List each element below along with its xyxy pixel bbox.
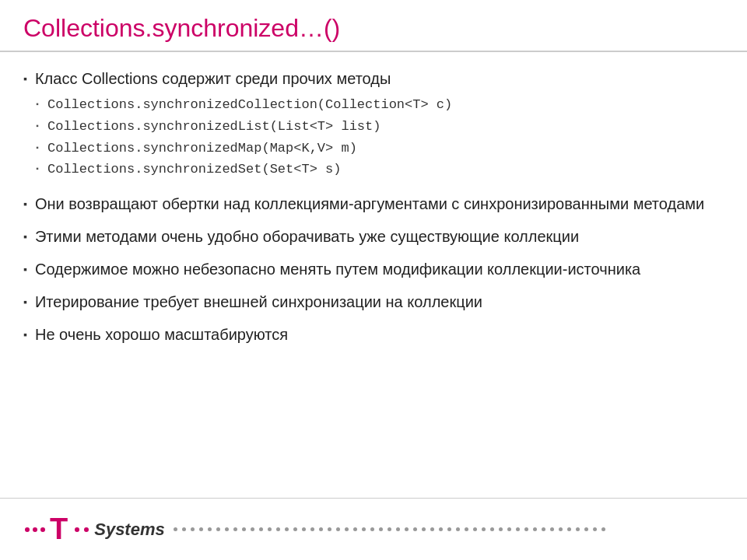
list-item: ▪ Они возвращают обертки над коллекциями… xyxy=(23,193,724,215)
sub-bullet-list: ▪ Collections.synchronizedCollection(Col… xyxy=(35,93,724,179)
sub-bullet-marker: ▪ xyxy=(35,100,40,110)
logo-dot-sm xyxy=(584,527,588,531)
logo-left-dots xyxy=(23,527,47,532)
logo-dot-sm xyxy=(310,527,314,531)
logo-dot-sm xyxy=(533,527,537,531)
bullet-text: Этими методами очень удобно оборачивать … xyxy=(35,226,724,247)
logo-dot-sm xyxy=(482,527,486,531)
logo-dot-sm xyxy=(550,527,554,531)
logo-dot-sm xyxy=(191,527,195,531)
t-systems-logo-text: Systems xyxy=(94,520,165,540)
bullet-text: Итерирование требует внешней синхронизац… xyxy=(35,291,724,313)
logo-dot-sm xyxy=(516,527,520,531)
list-item: ▪ Содержимое можно небезопасно менять пу… xyxy=(23,258,724,280)
list-item: ▪ Collections.synchronizedSet(Set<T> s) xyxy=(35,160,724,179)
bullet-text: Класс Collections содержит среди прочих … xyxy=(35,68,724,182)
logo-dot-sm xyxy=(601,527,605,531)
logo-dot-sm xyxy=(276,527,280,531)
logo-dot-sm xyxy=(559,527,563,531)
logo-trailing-dots xyxy=(171,527,608,531)
logo-dot-sm xyxy=(396,527,400,531)
logo-dot-sm xyxy=(524,527,528,531)
bullet-marker: ▪ xyxy=(23,295,27,310)
logo-dot-sm xyxy=(208,527,212,531)
logo-dot-sm xyxy=(328,527,331,531)
logo-dot-sm xyxy=(490,527,494,531)
logo-dot-sm xyxy=(259,527,263,531)
logo-dot-sm xyxy=(499,527,503,531)
list-item: ▪ Collections.synchronizedCollection(Col… xyxy=(35,96,724,114)
logo-dot-sm xyxy=(293,527,297,531)
sub-item-text: Collections.synchronizedCollection(Colle… xyxy=(47,96,452,114)
bullet-marker: ▪ xyxy=(23,327,27,343)
logo-dot-sm xyxy=(182,527,186,531)
logo-dot-sm xyxy=(542,527,545,531)
logo-dot-sm xyxy=(370,527,374,531)
list-item: ▪ Не очень хорошо масштабируются xyxy=(23,324,724,345)
logo-dot-sm xyxy=(362,527,366,531)
logo-dot-sm xyxy=(430,527,434,531)
logo-right-section: Systems xyxy=(72,520,608,540)
logo-dot-sm xyxy=(199,527,203,531)
logo-dot-sm xyxy=(465,527,468,531)
logo-dot-sm xyxy=(302,527,306,531)
logo-dot-sm xyxy=(242,527,246,531)
logo-dot-sm xyxy=(268,527,272,531)
logo-dot-sm xyxy=(567,527,571,531)
logo-dot-sm xyxy=(251,527,254,531)
slide-header: Collections.synchronized…() xyxy=(0,0,747,52)
main-bullet-list: ▪ Класс Collections содержит среди прочи… xyxy=(23,68,724,345)
logo-dot-sm xyxy=(473,527,477,531)
bullet-marker: ▪ xyxy=(23,197,27,212)
logo-dot-sm xyxy=(353,527,357,531)
logo-dot-sm xyxy=(379,527,383,531)
sub-item-text: Collections.synchronizedSet(Set<T> s) xyxy=(47,160,341,179)
logo-dot-sm xyxy=(447,527,451,531)
bullet-text: Содержимое можно небезопасно менять путе… xyxy=(35,258,724,280)
logo-dot-sm xyxy=(507,527,511,531)
logo-dot xyxy=(33,527,37,532)
logo-dot-sm xyxy=(285,527,289,531)
logo-dot xyxy=(75,527,79,532)
slide-footer: T Systems xyxy=(0,498,747,560)
slide-content: ▪ Класс Collections содержит среди прочи… xyxy=(0,60,747,498)
logo-dot-sm xyxy=(216,527,220,531)
logo-dot-sm xyxy=(336,527,340,531)
logo-dot-sm xyxy=(405,527,409,531)
logo-dot xyxy=(25,527,30,532)
logo-dot-sm xyxy=(422,527,426,531)
slide: Collections.synchronized…() ▪ Класс Coll… xyxy=(0,0,747,560)
t-systems-logo-t: T xyxy=(50,513,68,546)
list-item: ▪ Collections.synchronizedMap(Map<K,V> m… xyxy=(35,139,724,158)
list-item: ▪ Этими методами очень удобно оборачиват… xyxy=(23,226,724,247)
sub-item-text: Collections.synchronizedMap(Map<K,V> m) xyxy=(47,139,357,158)
bullet-marker: ▪ xyxy=(23,262,27,278)
sub-item-text: Collections.synchronizedList(List<T> lis… xyxy=(47,117,381,136)
bullet-text: Они возвращают обертки над коллекциями-а… xyxy=(35,193,724,215)
list-item: ▪ Класс Collections содержит среди прочи… xyxy=(23,68,724,182)
bullet-marker: ▪ xyxy=(23,229,27,245)
list-item: ▪ Итерирование требует внешней синхрониз… xyxy=(23,291,724,313)
bullet-text: Не очень хорошо масштабируются xyxy=(35,324,724,345)
logo-dot xyxy=(40,527,45,532)
sub-bullet-marker: ▪ xyxy=(35,164,40,175)
logo-dot-sm xyxy=(225,527,229,531)
list-item: ▪ Collections.synchronizedList(List<T> l… xyxy=(35,117,724,136)
slide-title: Collections.synchronized…() xyxy=(23,14,724,43)
logo-dot-sm xyxy=(174,527,177,531)
logo-dot-sm xyxy=(576,527,580,531)
sub-bullet-marker: ▪ xyxy=(35,143,40,154)
logo-dot-sm xyxy=(233,527,237,531)
logo-dot-sm xyxy=(593,527,597,531)
logo-dot-sm xyxy=(345,527,349,531)
logo-dot-sm xyxy=(456,527,460,531)
sub-bullet-marker: ▪ xyxy=(35,121,40,132)
logo-dot xyxy=(84,527,89,532)
logo-dot-sm xyxy=(388,527,391,531)
logo-dot-sm xyxy=(439,527,443,531)
bullet-marker: ▪ xyxy=(23,72,27,87)
logo-dot-sm xyxy=(413,527,417,531)
logo-dot-sm xyxy=(319,527,323,531)
footer-logo: T Systems xyxy=(23,513,608,546)
